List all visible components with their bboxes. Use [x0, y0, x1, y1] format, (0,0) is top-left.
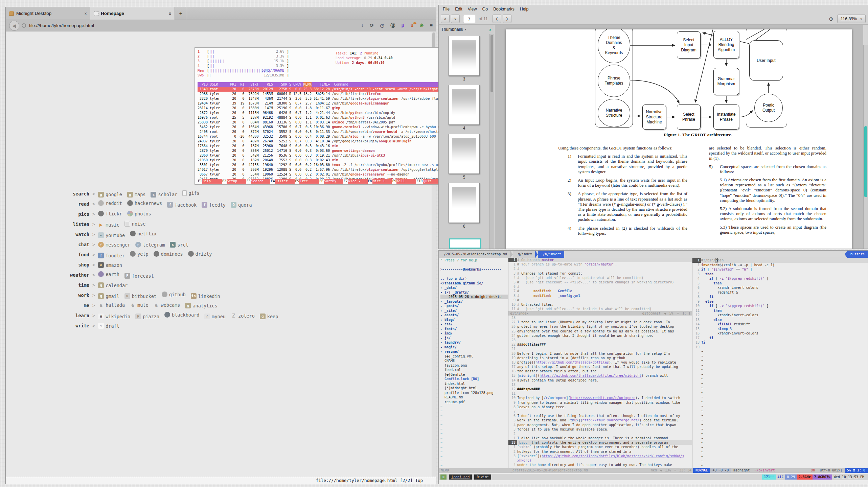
process-row[interactable]: 24017 tyler 20 0 305M 19296 12088 S 0.0 … — [198, 167, 445, 172]
toolbar-icon[interactable]: Ⓢ — [390, 23, 395, 28]
process-row[interactable]: 1340 root 20 0 2375M 2012M 275M S 0.0 25… — [198, 87, 445, 92]
menu-item[interactable]: Edit — [452, 7, 465, 11]
nerdtree-item[interactable]: ▸ css/ — [440, 322, 508, 327]
back-button-icon[interactable]: ◀ — [9, 21, 19, 31]
sidebar-close-icon[interactable]: x — [489, 27, 492, 32]
nerdtree-item[interactable]: resume.pdf — [440, 400, 508, 404]
selected-thumbnail[interactable] — [449, 238, 481, 249]
nerdtree-item[interactable]: profile_icon_128x128.png — [440, 391, 508, 395]
nerdtree-item[interactable]: ▸ magic/ — [440, 345, 508, 350]
homepage-link[interactable]: aamazon — [98, 262, 122, 268]
nerdtree-item[interactable]: >----------Bookmarks---------- — [440, 267, 508, 272]
homepage-link[interactable]: ffacebook — [167, 202, 197, 208]
toolbar-icon[interactable]: μ — [402, 23, 405, 28]
homepage-link[interactable]: flickr — [98, 211, 122, 216]
homepage-link[interactable]: Zzotero — [231, 313, 255, 319]
buffer-tab[interactable]: .g/index — [513, 251, 535, 258]
homepage-link[interactable]: yelp — [130, 251, 149, 257]
nerdtree-item[interactable]: [●]Gemfile — [440, 372, 508, 377]
url-input[interactable]: file:///home/tyler/homepage.html — [29, 23, 357, 28]
function-key[interactable]: F6SortBy — [319, 179, 343, 184]
pdf-scrollbar[interactable] — [863, 45, 868, 249]
toolbar-icon[interactable]: ✳ — [420, 23, 424, 28]
nerdtree-item[interactable]: README.md — [440, 395, 508, 400]
nerdtree-item[interactable]: feed.xml — [440, 368, 508, 372]
nerdtree-item[interactable]: ~ — [440, 455, 508, 459]
browser-tab[interactable]: Homepage x — [90, 7, 175, 20]
process-row[interactable]: 2405 root 20 0 872M 37024 3552 S 0.0 0.5… — [198, 130, 445, 134]
homepage-link[interactable]: Wwikipedia — [98, 314, 130, 319]
toolbar-icon[interactable]: ⟳ — [370, 23, 374, 28]
function-key[interactable]: F10Quit — [416, 179, 440, 184]
nerdtree-item[interactable]: ~ — [440, 464, 508, 468]
nerdtree-item[interactable] — [440, 263, 508, 268]
site-identity-icon[interactable] — [22, 23, 26, 28]
homepage-link[interactable]: gifs — [182, 190, 200, 196]
nerdtree-item[interactable]: .. (up a dir) — [440, 276, 508, 281]
homepage-link[interactable]: noise — [124, 221, 146, 227]
nerdtree-item[interactable]: ~ — [440, 436, 508, 441]
homepage-link[interactable]: ∴myneu — [204, 314, 226, 319]
page-number-input[interactable]: 7 — [463, 15, 475, 23]
homepage-link[interactable]: dominoes — [154, 251, 183, 257]
homepage-link[interactable]: ggoogle — [98, 192, 122, 198]
homepage-link[interactable]: ffoodler — [98, 253, 125, 258]
homepage-link[interactable]: ▸telegram — [135, 242, 165, 248]
zoom-select[interactable]: 116.89%∨ — [837, 15, 866, 23]
menu-item[interactable]: Help — [517, 7, 531, 11]
nerdtree-item[interactable]: ▸ js/ — [440, 336, 508, 341]
sidebar-dropdown-icon[interactable]: ▾ — [465, 28, 466, 31]
process-row[interactable]: 25838 tyler 20 0 884M 88160 33136 S 0.0 … — [198, 120, 445, 125]
tmux-window-item[interactable]: 0:vim* — [474, 474, 491, 480]
function-key[interactable]: F7Nice - — [343, 179, 368, 184]
nerdtree-item[interactable]: " Press ? for help — [440, 258, 508, 263]
buffer-tab[interactable]: _/2015-05-28-midnight-desktop.md — [439, 251, 510, 258]
process-row[interactable]: 2986 tyler 20 0 7692M 1453M 60864 R 12.5… — [198, 92, 445, 96]
nerdtree-item[interactable]: ▸ laundry/ — [440, 340, 508, 345]
nerdtree-item[interactable]: [*]midnight.html — [440, 386, 508, 391]
nerdtree-item[interactable]: ▸ _site/ — [440, 308, 508, 313]
homepage-link[interactable]: Qquora — [231, 202, 252, 208]
process-row[interactable]: 16744 root 0 -20 44800 32532 3508 S 0.0 … — [198, 134, 445, 139]
homepage-link[interactable]: ✎draft — [98, 323, 119, 329]
process-row[interactable]: 2870 tyler 20 0 856M 25012 14716 S 0.0 0… — [198, 148, 445, 153]
process-row[interactable]: 19484 tyler 39 19 1670M 214M 18300 S 0.7… — [198, 101, 445, 106]
nerdtree-item[interactable]: ~ — [440, 445, 508, 450]
nerdtree-item[interactable]: ▸ _data/ — [440, 285, 508, 290]
process-row[interactable]: 17664 tyler 20 0 187M 25960 7648 S 0.0 0… — [198, 144, 445, 148]
tab-close-icon[interactable]: x — [85, 11, 87, 16]
homepage-link[interactable]: gcalendar — [98, 282, 128, 288]
nerdtree-item[interactable]: ~ — [440, 450, 508, 455]
homepage-link[interactable]: blackboard — [164, 312, 199, 318]
function-key[interactable]: F4Filter — [270, 179, 295, 184]
nerdtree-item[interactable]: 2015-05-28-midnight-deskto — [440, 295, 508, 299]
homepage-link[interactable]: ♞mule — [130, 302, 149, 308]
nerdtree-item[interactable]: CNAME — [440, 358, 508, 363]
page-up-button[interactable]: ∧ — [441, 15, 450, 23]
homepage-link[interactable]: photos — [127, 211, 151, 216]
menu-item[interactable]: Go — [480, 7, 491, 11]
sidebar-title[interactable]: Thumbnails — [441, 27, 463, 32]
tmux-session-name[interactable]: |confused — [449, 474, 472, 480]
homepage-link[interactable]: drizly — [188, 251, 212, 257]
nerdtree-item[interactable]: ~ — [440, 404, 508, 409]
homepage-link[interactable]: ∪bitbucket — [124, 293, 157, 299]
process-row[interactable]: 16976 root 25 5 287M 92192 48884 S 0.0 1… — [198, 115, 445, 120]
nerdtree-item[interactable]: ▾ [✗] _drafts/ — [440, 290, 508, 295]
nerdtree-item[interactable]: </thallada.github.io/ — [440, 281, 508, 286]
homepage-link[interactable]: Ppiazza — [135, 314, 159, 319]
pdf-thumbnail[interactable]: 4 — [448, 85, 480, 131]
homepage-link[interactable]: gkeep — [260, 314, 278, 319]
nerdtree-item[interactable]: ~ — [440, 427, 508, 432]
function-key[interactable]: F5Tree — [295, 179, 319, 184]
nerdtree-item[interactable]: ~ — [440, 422, 508, 427]
homepage-link[interactable]: netflix — [130, 231, 157, 236]
process-row[interactable]: 2872 tyler 20 0 1115M 96468 6420 S 0.7 1… — [198, 111, 445, 115]
function-key[interactable]: F3Search — [246, 179, 271, 184]
nerdtree-item[interactable]: ▸ _layouts/ — [440, 299, 508, 304]
homepage-link[interactable]: inlinkedin — [191, 293, 220, 299]
menu-item[interactable]: File — [440, 7, 452, 11]
menu-item[interactable]: Bookmarks — [490, 7, 517, 11]
nerdtree-item[interactable]: ~ — [440, 432, 508, 436]
process-row[interactable]: 24037 tyler 20 0 497M 26740 5252 S 0.7 0… — [198, 139, 445, 144]
